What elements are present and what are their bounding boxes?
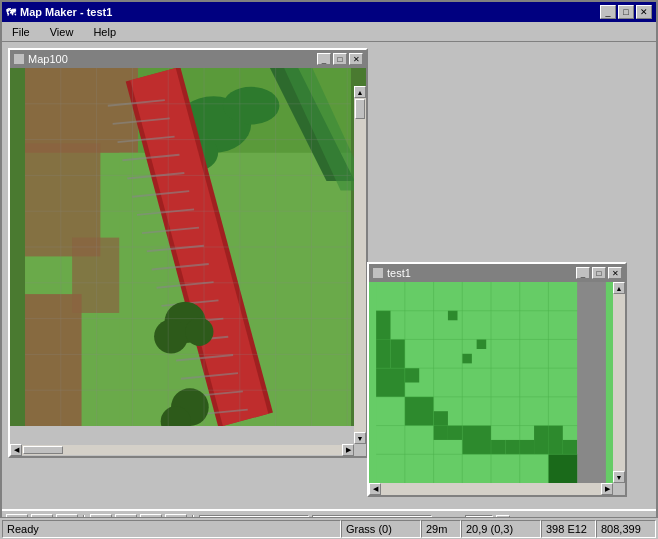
svg-rect-57 <box>391 339 405 368</box>
test1-icon <box>372 267 384 279</box>
title-bar-buttons: _ □ ✕ <box>600 5 652 19</box>
map100-title-left: Map100 <box>13 53 68 65</box>
map100-maximize[interactable]: □ <box>333 53 347 65</box>
svg-point-8 <box>223 87 280 125</box>
status-bar: Ready Grass (0) 29m 20,9 (0,3) 398 E12 8… <box>0 517 658 539</box>
test1-vscrollbar[interactable]: ▲ ▼ <box>613 282 625 483</box>
svg-rect-70 <box>448 311 458 321</box>
scroll-left-btn[interactable]: ◀ <box>10 444 22 456</box>
app-icon: 🗺 <box>6 7 16 18</box>
status-map-coords: 808,399 <box>596 520 656 538</box>
svg-rect-64 <box>491 440 505 454</box>
test1-window: test1 _ □ ✕ <box>367 262 627 497</box>
scroll-down-btn[interactable]: ▼ <box>354 432 366 444</box>
svg-rect-58 <box>376 368 405 397</box>
map100-title-bar: Map100 _ □ ✕ <box>10 50 366 68</box>
test1-scroll-up[interactable]: ▲ <box>613 282 625 294</box>
map100-close[interactable]: ✕ <box>349 53 363 65</box>
status-terrain: Grass (0) <box>341 520 421 538</box>
svg-rect-60 <box>405 397 434 426</box>
map100-icon <box>13 53 25 65</box>
scroll-right-btn[interactable]: ▶ <box>342 444 354 456</box>
minimize-button[interactable]: _ <box>600 5 616 19</box>
svg-rect-1 <box>25 68 138 153</box>
test1-title-left: test1 <box>372 267 411 279</box>
map100-minimize[interactable]: _ <box>317 53 331 65</box>
main-area: Map100 _ □ ✕ <box>2 42 656 509</box>
status-zone: 398 E12 <box>541 520 596 538</box>
svg-rect-4 <box>25 294 82 426</box>
map100-title: Map100 <box>28 53 68 65</box>
svg-rect-63 <box>462 426 491 455</box>
test1-maximize[interactable]: □ <box>592 267 606 279</box>
test1-canvas[interactable] <box>369 282 613 483</box>
menu-view[interactable]: View <box>44 24 80 40</box>
menu-help[interactable]: Help <box>87 24 122 40</box>
svg-rect-71 <box>577 282 606 483</box>
svg-rect-62 <box>448 426 462 440</box>
svg-rect-67 <box>563 440 577 454</box>
app-title: Map Maker - test1 <box>20 6 112 18</box>
svg-rect-69 <box>462 354 472 364</box>
svg-point-34 <box>185 318 213 346</box>
test1-scroll-right[interactable]: ▶ <box>601 483 613 495</box>
test1-title: test1 <box>387 267 411 279</box>
status-ready: Ready <box>2 520 341 538</box>
map100-window: Map100 _ □ ✕ <box>8 48 368 458</box>
title-bar-left: 🗺 Map Maker - test1 <box>6 6 112 18</box>
test1-hscrollbar[interactable]: ◀ ▶ <box>369 483 613 495</box>
menu-bar: File View Help <box>2 22 656 42</box>
test1-close[interactable]: ✕ <box>608 267 622 279</box>
status-distance: 29m <box>421 520 461 538</box>
map100-hscrollbar[interactable]: ◀ ▶ <box>10 444 354 456</box>
test1-scroll-left[interactable]: ◀ <box>369 483 381 495</box>
svg-rect-68 <box>477 339 487 349</box>
map100-vscrollbar[interactable]: ▲ ▼ <box>354 86 366 444</box>
map100-canvas[interactable] <box>10 68 366 426</box>
svg-point-33 <box>154 320 188 354</box>
maximize-button[interactable]: □ <box>618 5 634 19</box>
close-button[interactable]: ✕ <box>636 5 652 19</box>
title-bar: 🗺 Map Maker - test1 _ □ ✕ <box>2 2 656 22</box>
test1-scroll-down[interactable]: ▼ <box>613 471 625 483</box>
test1-title-bar: test1 _ □ ✕ <box>369 264 625 282</box>
svg-rect-72 <box>548 454 577 483</box>
test1-minimize[interactable]: _ <box>576 267 590 279</box>
scroll-up-btn[interactable]: ▲ <box>354 86 366 98</box>
svg-rect-59 <box>405 368 419 382</box>
menu-file[interactable]: File <box>6 24 36 40</box>
status-coords: 20,9 (0,3) <box>461 520 541 538</box>
